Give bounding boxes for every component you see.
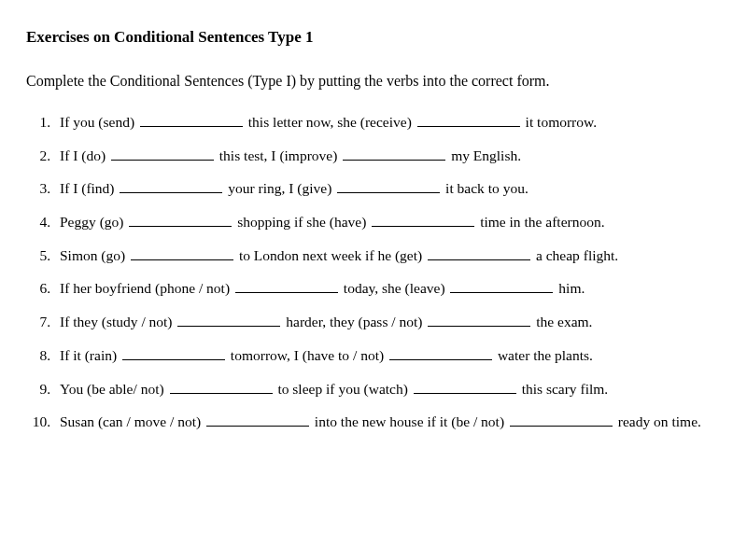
fill-in-blank[interactable] [170,393,273,394]
exercise-number: 7. [26,312,60,332]
exercise-number: 9. [26,379,60,399]
fill-in-blank[interactable] [122,359,225,360]
fill-in-blank[interactable] [131,259,233,260]
sentence-text: Peggy (go) [60,214,127,230]
fill-in-blank[interactable] [206,426,309,427]
exercise-item: 1.If you (send) this letter now, she (re… [26,112,721,133]
fill-in-blank[interactable] [177,326,280,327]
exercise-sentence: If I (do) this test, I (improve) my Engl… [60,146,721,166]
fill-in-blank[interactable] [140,126,243,127]
fill-in-blank[interactable] [450,292,553,293]
exercise-sentence: If her boyfriend (phone / not) today, sh… [60,278,721,299]
fill-in-blank[interactable] [337,192,440,193]
sentence-text: You (be able/ not) [60,381,168,397]
exercise-item: 3.If I (find) your ring, I (give) it bac… [26,178,721,199]
sentence-text: water the plants. [494,347,593,363]
exercise-sentence: You (be able/ not) to sleep if you (watc… [60,379,721,399]
sentence-text: If I (find) [60,180,118,196]
sentence-text: If it (rain) [60,347,120,363]
exercise-sentence: Simon (go) to London next week if he (ge… [60,245,721,266]
sentence-text: time in the afternoon. [476,214,604,230]
fill-in-blank[interactable] [372,226,474,227]
sentence-text: to sleep if you (watch) [275,381,412,397]
sentence-text: If they (study / not) [60,314,176,329]
exercise-sentence: If they (study / not) harder, they (pass… [60,312,721,332]
sentence-text: the exam. [532,314,592,329]
sentence-text: If you (send) [60,114,138,130]
fill-in-blank[interactable] [389,359,492,360]
sentence-text: today, she (leave) [340,280,449,296]
exercise-item: 10.Susan (can / move / not) into the new… [26,412,721,432]
exercise-item: 8.If it (rain) tomorrow, I (have to / no… [26,345,721,366]
exercise-item: 5.Simon (go) to London next week if he (… [26,245,721,266]
sentence-text: him. [555,280,585,296]
exercise-number: 6. [26,278,60,299]
exercise-item: 7.If they (study / not) harder, they (pa… [26,312,721,332]
exercise-number: 2. [26,146,60,166]
sentence-text: ready on time. [614,413,701,429]
exercise-item: 2.If I (do) this test, I (improve) my En… [26,146,721,166]
sentence-text: this letter now, she (receive) [245,114,416,130]
fill-in-blank[interactable] [417,126,520,127]
fill-in-blank[interactable] [129,226,232,227]
fill-in-blank[interactable] [120,192,222,193]
fill-in-blank[interactable] [428,326,530,327]
fill-in-blank[interactable] [414,393,516,394]
sentence-text: If her boyfriend (phone / not) [60,280,233,296]
exercise-item: 9.You (be able/ not) to sleep if you (wa… [26,379,721,399]
fill-in-blank[interactable] [510,426,613,427]
sentence-text: harder, they (pass / not) [282,314,426,329]
exercise-number: 10. [26,412,60,432]
exercise-number: 4. [26,212,60,232]
sentence-text: it back to you. [442,180,529,196]
exercise-list: 1.If you (send) this letter now, she (re… [26,112,721,432]
exercise-sentence: If I (find) your ring, I (give) it back … [60,178,721,199]
worksheet-instructions: Complete the Conditional Sentences (Type… [26,73,721,90]
fill-in-blank[interactable] [343,160,445,161]
exercise-sentence: Peggy (go) shopping if she (have) time i… [60,212,721,232]
exercise-sentence: If you (send) this letter now, she (rece… [60,112,721,133]
sentence-text: it tomorrow. [522,114,597,130]
sentence-text: your ring, I (give) [224,180,335,196]
exercise-number: 3. [26,178,60,199]
worksheet-title: Exercises on Conditional Sentences Type … [26,28,721,47]
sentence-text: shopping if she (have) [233,214,370,230]
sentence-text: my English. [447,147,521,163]
exercise-item: 6.If her boyfriend (phone / not) today, … [26,278,721,299]
exercise-number: 1. [26,112,60,133]
sentence-text: a cheap flight. [532,247,618,263]
fill-in-blank[interactable] [235,292,338,293]
exercise-number: 8. [26,345,60,366]
exercise-sentence: If it (rain) tomorrow, I (have to / not)… [60,345,721,366]
exercise-number: 5. [26,245,60,266]
sentence-text: to London next week if he (get) [235,247,426,263]
sentence-text: tomorrow, I (have to / not) [227,347,388,363]
sentence-text: If I (do) [60,147,109,163]
exercise-sentence: Susan (can / move / not) into the new ho… [60,412,721,432]
fill-in-blank[interactable] [111,160,214,161]
sentence-text: Susan (can / move / not) [60,413,204,429]
fill-in-blank[interactable] [428,259,530,260]
sentence-text: this scary film. [518,381,608,397]
exercise-item: 4.Peggy (go) shopping if she (have) time… [26,212,721,232]
sentence-text: into the new house if it (be / not) [311,413,508,429]
sentence-text: this test, I (improve) [216,147,341,163]
sentence-text: Simon (go) [60,247,129,263]
